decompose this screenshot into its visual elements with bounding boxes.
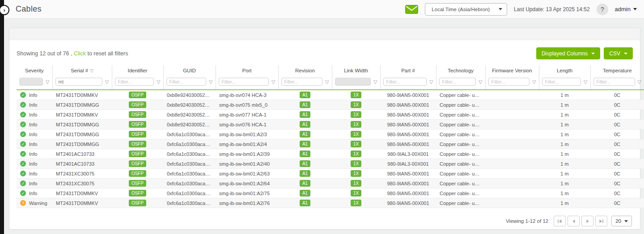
mail-icon[interactable] — [405, 5, 418, 14]
filter-disabled-link_width — [335, 78, 371, 86]
funnel-icon[interactable]: ▽ — [429, 79, 433, 84]
cell-revision: A1 — [278, 149, 332, 159]
funnel-icon[interactable]: ▽ — [479, 79, 482, 84]
cell-revision: A1 — [278, 179, 332, 188]
column-header-revision[interactable]: Revision — [278, 65, 332, 76]
revision-badge: A1 — [300, 200, 310, 206]
column-header-link_width[interactable]: Link Width — [332, 65, 380, 76]
filter-input-serial[interactable] — [55, 78, 103, 86]
filter-input-temperature[interactable] — [593, 78, 635, 86]
cell-serial: MT2431TD0MMKV — [52, 110, 112, 120]
funnel-icon[interactable]: ▽ — [209, 79, 212, 84]
reset-filters-link[interactable]: Click — [74, 50, 86, 57]
cell-guid: 0xb8e924030052705e — [163, 110, 216, 120]
cell-temperature: 0C — [590, 179, 644, 188]
cell-link_width: 1X — [332, 120, 380, 130]
first-page-button[interactable] — [554, 216, 566, 226]
table-row[interactable]: ✓InfoMT2401AC10733OSFP0xfc6a1c0300aca420… — [17, 159, 644, 169]
filter-input-part[interactable] — [383, 78, 427, 86]
column-header-port[interactable]: Port — [216, 65, 278, 76]
severity-label: Info — [29, 142, 37, 147]
previous-page-button[interactable] — [568, 216, 580, 226]
next-page-button[interactable] — [581, 216, 593, 226]
cell-temperature: 0C — [590, 110, 644, 120]
column-header-temperature[interactable]: Temperature — [590, 65, 644, 76]
cell-technology: Copper cable- uneq... — [436, 179, 485, 188]
cell-temperature: 0C — [590, 188, 644, 198]
column-header-guid[interactable]: GUID — [163, 65, 216, 76]
cell-serial: MT2431XC30075 — [52, 169, 112, 179]
link_width-badge: 1X — [351, 131, 361, 138]
table-row[interactable]: ✓InfoMT2431TD0MMGGOSFP0xb8e9240300526f7e… — [17, 100, 644, 110]
column-header-serial[interactable]: Serial #▽ — [52, 65, 112, 76]
funnel-icon[interactable]: ▽ — [373, 79, 377, 84]
filter-input-port[interactable] — [219, 78, 269, 86]
filter-input-firmware[interactable] — [488, 78, 530, 86]
cell-identifier: OSFP — [112, 188, 163, 198]
cell-port: smg-ib-sw-bm01:A2/76 — [216, 198, 278, 208]
table-row[interactable]: ✓InfoMT2431TD0MMKVOSFP0xfc6a1c0300aca420… — [17, 188, 644, 198]
cell-temperature: 0C — [590, 149, 644, 159]
cell-identifier: OSFP — [112, 130, 163, 139]
filter-input-revision[interactable] — [281, 78, 323, 86]
table-row[interactable]: ✓InfoMT2431TD0MMGGOSFP0xfc6a1c0300aca420… — [17, 139, 644, 149]
cell-technology: Copper cable- uneq... — [436, 149, 485, 159]
table-row[interactable]: ✓InfoMT2431TD0MMGGOSFP0xfc6a1c0300aca420… — [17, 130, 644, 139]
funnel-icon[interactable]: ▽ — [157, 79, 160, 84]
funnel-icon[interactable]: ▽ — [584, 79, 587, 84]
filter-cell-severity: ▽ — [17, 76, 52, 90]
funnel-icon[interactable]: ▽ — [271, 79, 275, 84]
page-title: Cables — [16, 4, 42, 14]
filter-input-length[interactable] — [542, 78, 581, 86]
column-header-part[interactable]: Part # — [380, 65, 436, 76]
last-page-button[interactable] — [595, 216, 607, 226]
timezone-select[interactable]: Local Time (Asia/Hebron) — [425, 3, 507, 16]
column-header-technology[interactable]: Technology — [436, 65, 485, 76]
link_width-badge: 1X — [351, 160, 361, 167]
cell-part: 980-9IAN5-00X001 — [380, 120, 436, 130]
identifier-badge: OSFP — [129, 101, 146, 108]
filter-input-technology[interactable] — [439, 78, 476, 86]
user-menu[interactable]: admin — [615, 6, 637, 13]
panel-header-strip — [9, 28, 640, 40]
table-row[interactable]: ✓InfoMT2431TD0MMKVOSFP0xb8e9240300526e3e… — [17, 90, 644, 100]
filter-input-identifier[interactable] — [115, 78, 154, 86]
funnel-icon[interactable]: ▽ — [46, 79, 49, 84]
warning-icon: ? — [20, 200, 26, 206]
csv-button[interactable]: CSV — [604, 47, 633, 59]
table-row[interactable]: ✓InfoMT2431TD0MMGGOSFP0xb8e924030052745e… — [17, 120, 644, 130]
table-row[interactable]: ✓InfoMT2431TD0MMKVOSFP0xb8e924030052705e… — [17, 110, 644, 120]
cell-severity: ✓Info — [17, 159, 52, 169]
identifier-badge: OSFP — [129, 150, 146, 157]
table-row[interactable]: ?WarningMT2431TD0MMKVOSFP0xfc6a1c0300aca… — [17, 198, 644, 208]
csv-label: CSV — [609, 50, 620, 57]
column-header-severity[interactable]: Severity — [17, 65, 52, 76]
funnel-icon[interactable]: ▽ — [532, 79, 536, 84]
cell-identifier: OSFP — [112, 159, 163, 169]
funnel-icon[interactable]: ▽ — [638, 79, 641, 84]
page-size-select[interactable]: 20 — [611, 216, 632, 226]
table-row[interactable]: ✓InfoMT2431XC30075OSFP0xfc6a1c0300aca420… — [17, 179, 644, 188]
displayed-columns-button[interactable]: Displayed Columns — [536, 47, 600, 59]
cell-length: 1 m — [539, 100, 590, 110]
funnel-icon[interactable]: ▽ — [325, 79, 329, 84]
cell-technology: Copper cable- uneq... — [436, 139, 485, 149]
column-header-firmware[interactable]: Firmware Version — [485, 65, 539, 76]
link_width-badge: 1X — [351, 200, 361, 206]
cell-temperature: 0C — [590, 169, 644, 179]
help-button[interactable]: ? — [597, 4, 608, 15]
cell-part: 980-9IAN5-00X001 — [380, 130, 436, 139]
table-row[interactable]: ✓InfoMT2401AC10733OSFP0xfc6a1c0300aca420… — [17, 149, 644, 159]
revision-badge: A1 — [300, 131, 310, 138]
column-header-identifier[interactable]: Identifier — [112, 65, 163, 76]
filter-input-guid[interactable] — [166, 78, 207, 86]
revision-badge: A1 — [300, 121, 310, 128]
revision-badge: A1 — [300, 190, 310, 196]
cell-port: smg-ib-sw-bm01:A2/64 — [216, 179, 278, 188]
cell-revision: A1 — [278, 139, 332, 149]
column-header-length[interactable]: Length — [539, 65, 590, 76]
revision-badge: A1 — [300, 92, 310, 98]
table-row[interactable]: ✓InfoMT2431XC30075OSFP0xfc6a1c0300aca420… — [17, 169, 644, 179]
filter-cell-revision: ▽ — [278, 76, 332, 90]
funnel-icon[interactable]: ▽ — [105, 79, 109, 84]
